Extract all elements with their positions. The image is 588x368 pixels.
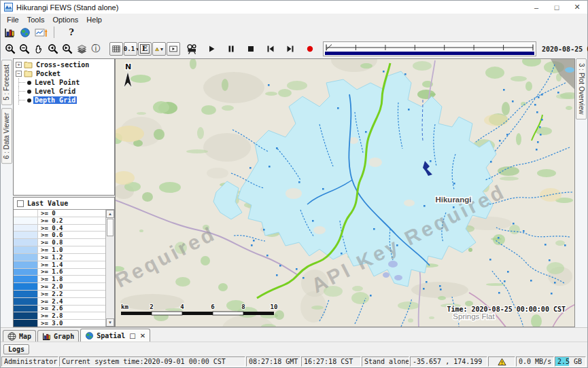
zoom-next-icon[interactable] <box>60 42 74 56</box>
tab-spatial[interactable]: Spatial □ ✕ <box>80 329 150 342</box>
scroll-up-icon[interactable]: ▲ <box>106 210 114 218</box>
close-icon[interactable]: ✕ <box>567 1 587 14</box>
maximize-tab-icon[interactable]: □ <box>129 332 135 339</box>
scroll-down-icon[interactable]: ▼ <box>106 318 114 327</box>
tree-node-label[interactable]: Level Grid <box>33 88 77 95</box>
bottom-tab-bar: Map Graph Spatial □ ✕ <box>1 327 587 342</box>
expand-icon[interactable]: + <box>16 62 22 68</box>
animation-panel-button[interactable] <box>167 42 180 56</box>
tab-forecast[interactable]: 5 : Forecast <box>1 60 12 105</box>
tree-node-label[interactable]: Pocket <box>35 70 62 77</box>
tree-node-label[interactable]: Cross-section <box>35 61 90 69</box>
globe-map-icon[interactable] <box>18 26 32 39</box>
skip-to-end-icon[interactable] <box>283 42 297 56</box>
status-warning-cell[interactable]: ! <box>488 356 515 367</box>
tab-map[interactable]: Map <box>3 330 36 342</box>
grid-display-button[interactable] <box>109 42 123 56</box>
zoom-previous-icon[interactable] <box>46 42 60 56</box>
legend-row[interactable]: >= 2.6 <box>14 306 105 313</box>
thresholds-dropdown[interactable]: ! ▾ <box>152 42 166 56</box>
status-coordinates: -35.657 , 174.199 <box>410 356 487 367</box>
legend-label: >= 3.0 <box>38 320 63 327</box>
pause-icon[interactable] <box>224 42 238 56</box>
collapse-icon[interactable]: − <box>16 71 22 77</box>
scale-tick: 6 <box>211 303 214 310</box>
scroll-thumb[interactable] <box>107 219 114 236</box>
play-icon[interactable] <box>205 42 218 56</box>
legend-label: >= 0 <box>38 210 56 217</box>
legend-row[interactable]: >= 1.2 <box>14 254 105 261</box>
menu-tools[interactable]: Tools <box>23 15 49 24</box>
current-time-label: 2020-08-25 00:00:00 CST <box>542 45 588 53</box>
tree-node-depth-grid[interactable]: Depth Grid <box>14 96 114 105</box>
legend-row[interactable]: >= 3.0 <box>14 320 105 327</box>
contour-interval-dropdown[interactable]: 0.1 ▾ <box>124 42 137 56</box>
minimize-icon[interactable]: – <box>526 1 547 14</box>
legend-label: >= 2.6 <box>38 306 63 312</box>
legend-row[interactable]: >= 2.4 <box>14 298 105 306</box>
record-icon[interactable] <box>303 42 317 56</box>
layers-icon[interactable] <box>75 42 88 56</box>
help-button[interactable]: ? <box>65 26 78 39</box>
legend-row[interactable]: >= 1.0 <box>14 246 105 254</box>
folder-icon <box>24 61 33 69</box>
legend-row[interactable]: >= 0.4 <box>14 225 105 232</box>
movie-projector-icon[interactable] <box>185 42 198 56</box>
tab-data-viewer[interactable]: 6 : Data Viewer <box>1 108 12 164</box>
tree-node-cross-section[interactable]: + Cross-section <box>14 60 114 69</box>
stop-icon[interactable] <box>244 42 258 56</box>
legend-scrollbar[interactable]: ▲ ▼ <box>105 210 114 327</box>
wireframe-globe-icon <box>7 332 16 341</box>
map-view[interactable]: API Key Required API Key Required Hikura… <box>115 58 575 327</box>
database-bars-icon[interactable] <box>3 26 16 39</box>
tree-guide <box>18 96 27 105</box>
interval-value: 0.1 <box>124 45 135 52</box>
info-icon[interactable]: ⓘ <box>89 42 103 56</box>
legend-row[interactable]: >= 2.2 <box>14 291 105 298</box>
pan-hand-icon[interactable] <box>32 42 46 56</box>
tree-node-label[interactable]: Level Point <box>33 79 81 86</box>
legend-row[interactable]: >= 0 <box>14 210 105 217</box>
labels-toggle-button[interactable]: E <box>138 42 152 56</box>
skip-to-start-icon[interactable] <box>264 42 277 56</box>
close-tab-icon[interactable]: ✕ <box>140 332 145 339</box>
legend-swatch <box>14 254 38 261</box>
legend-row[interactable]: >= 0.8 <box>14 239 105 246</box>
slider-thumb[interactable] <box>326 45 332 50</box>
legend-row[interactable]: >= 0.6 <box>14 232 105 239</box>
legend-label: >= 2.4 <box>38 298 63 305</box>
tab-spatial-label: Spatial <box>97 332 125 339</box>
legend-row[interactable]: >= 0.2 <box>14 217 105 225</box>
chevron-down-icon: ▾ <box>160 46 163 52</box>
tree-node-label-selected[interactable]: Depth Grid <box>33 96 77 104</box>
legend-row[interactable]: >= 2.8 <box>14 312 105 320</box>
menu-file[interactable]: File <box>3 15 23 24</box>
maximize-icon[interactable]: □ <box>547 1 567 14</box>
layer-tree: + Cross-section − Pocket Level Point <box>13 58 115 196</box>
legend-swatch <box>14 232 38 238</box>
tree-node-pocket[interactable]: − Pocket <box>14 69 114 78</box>
tab-graph[interactable]: Graph <box>37 330 79 342</box>
legend-row[interactable]: >= 1.8 <box>14 276 105 283</box>
menu-help[interactable]: Help <box>82 15 106 24</box>
tree-node-level-point[interactable]: Level Point <box>14 78 114 87</box>
status-user: Administrator <box>1 356 58 367</box>
time-slider[interactable] <box>323 41 536 56</box>
legend-label: >= 1.2 <box>38 254 63 261</box>
tab-graph-label: Graph <box>54 333 74 340</box>
zoom-out-icon[interactable] <box>18 42 31 56</box>
timeseries-chart-icon[interactable] <box>34 26 49 39</box>
zoom-in-icon[interactable] <box>3 42 17 56</box>
scroll-track[interactable] <box>106 218 114 318</box>
tab-plot-overview[interactable]: 3 : Plot Overview <box>576 58 587 119</box>
last-value-checkbox[interactable] <box>17 200 24 207</box>
logs-button[interactable]: Logs <box>3 344 29 354</box>
status-bar: Administrator Current system time:2020-0… <box>1 356 587 367</box>
legend-row[interactable]: >= 2.0 <box>14 283 105 291</box>
menu-options[interactable]: Options <box>48 15 82 24</box>
map-svg[interactable]: API Key Required API Key Required Hikura… <box>116 59 575 327</box>
tree-node-level-grid[interactable]: Level Grid <box>14 87 114 96</box>
legend-row[interactable]: >= 1.4 <box>14 261 105 269</box>
legend-row[interactable]: >= 1.6 <box>14 269 105 276</box>
main-area: 5 : Forecast 6 : Data Viewer + Cross-sec… <box>1 58 587 327</box>
